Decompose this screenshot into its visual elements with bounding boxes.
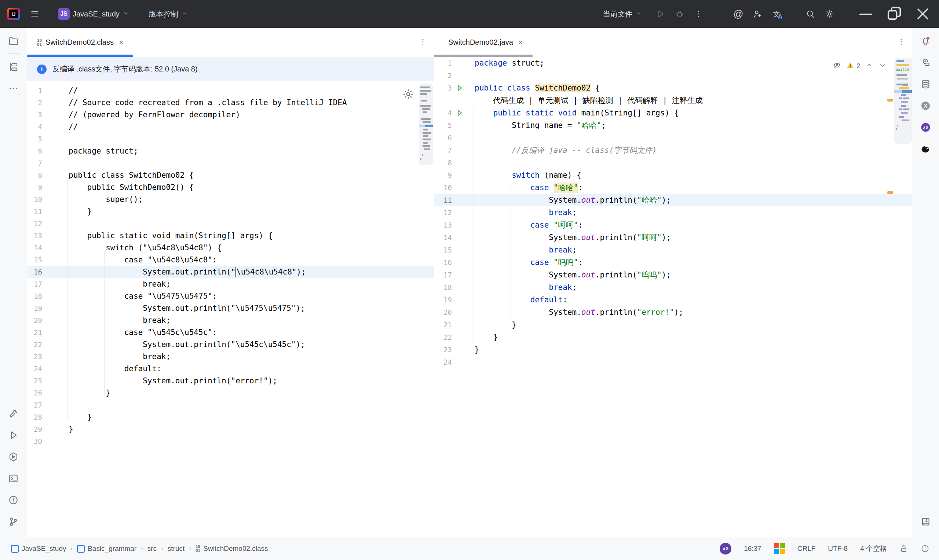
code-line[interactable]: 14 switch ("\u54c8\u54c8") { [27,242,434,254]
line-number[interactable]: 6 [27,145,42,157]
structure-icon[interactable] [5,58,22,75]
run-gutter-icon[interactable] [456,107,464,119]
line-number[interactable]: 12 [27,217,42,229]
line-number[interactable]: 19 [434,294,452,306]
project-widget[interactable]: JS JavaSE_study [54,5,134,23]
code-line[interactable]: 24 default: [27,363,434,375]
code-line[interactable]: 8 [434,157,912,169]
line-number[interactable]: 6 [434,132,452,144]
prev-problem-chevron-up-icon[interactable] [865,61,874,71]
code-line[interactable]: 5 [27,133,434,145]
line-separator-widget[interactable]: CRLF [797,545,816,553]
scrollbar-preview[interactable]: Switch [894,58,912,144]
code-line[interactable]: 14 System.out.println("呵呵"); [434,231,912,244]
line-number[interactable]: 8 [434,157,452,169]
tab-switchdemo02-class[interactable]: 1001 SwitchDemo02.class × [27,28,133,57]
line-number[interactable]: 7 [434,144,452,157]
line-number[interactable]: 9 [27,181,42,193]
code-line[interactable]: 29} [27,423,434,435]
vcs-widget[interactable]: 版本控制 [145,5,192,23]
line-number[interactable]: 10 [434,182,452,194]
line-number[interactable]: 30 [27,435,42,447]
code-line[interactable]: 2// Source code recreated from a .class … [27,96,434,108]
line-number[interactable]: 4 [434,107,452,119]
line-number[interactable]: 24 [27,363,42,375]
code-line[interactable]: 23} [434,343,912,356]
search-everywhere-button[interactable] [805,9,815,19]
code-line[interactable]: 25 System.out.println("error!"); [27,375,434,387]
code-line[interactable]: 11 System.out.println("哈哈"); [434,194,912,206]
line-number[interactable]: 13 [27,229,42,242]
code-with-me-button[interactable] [752,9,762,19]
line-number[interactable]: 20 [27,314,42,326]
line-number[interactable]: 9 [434,169,452,182]
bell-icon[interactable] [917,32,934,49]
problems-status-icon[interactable] [920,544,930,553]
code-line[interactable]: 18 case "\u5475\u5475": [27,290,434,302]
code-line[interactable]: 15 case "\u54c8\u54c8": [27,254,434,266]
hammer-icon[interactable] [5,405,22,422]
line-number[interactable]: 16 [434,256,452,269]
encoding-widget[interactable]: UTF-8 [828,545,848,553]
breadcrumb-item[interactable]: src [148,545,157,553]
code-line[interactable]: 22 } [434,331,912,343]
ai-chat-icon[interactable] [917,54,934,71]
line-number[interactable]: 15 [434,244,452,256]
aix-icon[interactable]: ∧X [917,118,934,136]
line-number[interactable]: 7 [27,157,42,169]
next-problem-chevron-down-icon[interactable] [878,61,887,71]
terminal-icon[interactable] [5,469,22,487]
tab-options-kebab-icon[interactable] [418,37,427,48]
code-line[interactable]: 19 default: [434,294,912,306]
line-number[interactable]: 15 [27,254,42,266]
code-line[interactable]: 5 String name = "哈哈"; [434,119,912,132]
code-line[interactable]: 2 [434,69,912,82]
line-number[interactable]: 17 [434,269,452,281]
line-number[interactable]: 1 [27,84,42,96]
code-line[interactable]: 9 public SwitchDemo02() { [27,181,434,193]
settings-button[interactable] [825,9,834,19]
line-number[interactable]: 1 [434,57,452,69]
problems-icon[interactable] [5,491,22,509]
code-line[interactable]: 13 case "呵呵": [434,219,912,231]
run-button[interactable] [656,9,665,19]
code-line[interactable]: 26 } [27,387,434,399]
code-line[interactable]: 23 break; [27,350,434,363]
line-number[interactable]: 13 [434,219,452,231]
main-menu-button[interactable] [26,5,44,23]
code-line[interactable]: 11 } [27,205,434,217]
indent-widget[interactable]: 4 个空格 [860,544,887,554]
line-number[interactable]: 2 [27,96,42,108]
highlighting-level-eye-icon[interactable] [833,61,842,71]
translate-button[interactable]: 文A [772,9,781,19]
line-number[interactable]: 16 [27,266,42,278]
code-line[interactable]: 10 case "哈哈": [434,182,912,194]
more-icon[interactable] [5,80,22,97]
services-icon[interactable] [5,448,22,465]
aix-plugin-icon[interactable]: ∧X [720,543,731,554]
line-number[interactable]: 11 [434,194,452,206]
scrollbar-preview[interactable] [419,83,433,165]
line-number[interactable]: 23 [27,350,42,363]
tab-switchdemo02-java[interactable]: C SwitchDemo02.java × [434,28,533,57]
line-number[interactable]: 17 [27,278,42,290]
line-number[interactable]: 10 [27,193,42,205]
window-minimize-button[interactable] [856,5,875,23]
code-line[interactable]: 27 [27,399,434,411]
line-number[interactable]: 2 [434,69,452,82]
code-line[interactable]: 12 [27,217,434,229]
close-tab-icon[interactable]: × [117,38,125,47]
line-number[interactable]: 26 [27,387,42,399]
close-tab-icon[interactable]: × [517,38,524,47]
inspections-widget[interactable]: 2 [833,61,887,71]
code-line[interactable]: 16 System.out.println("\u54c8\u54c8"); [27,266,434,278]
git-icon[interactable] [5,513,22,530]
editor-settings-gear-icon[interactable] [402,88,415,102]
line-number[interactable]: 8 [27,169,42,181]
code-line[interactable]: 6 [434,132,912,144]
bird-icon[interactable] [917,140,934,158]
line-number[interactable]: 23 [434,343,452,356]
code-line[interactable]: 1// [27,84,434,96]
code-line[interactable]: 3public class SwitchDemo02 { [434,82,912,94]
run-configuration-selector[interactable]: 当前文件 [598,5,646,23]
